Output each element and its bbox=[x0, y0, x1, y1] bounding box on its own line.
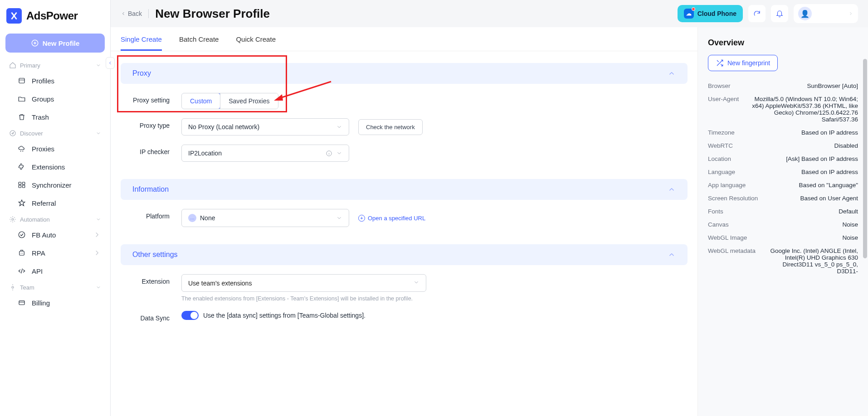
puzzle-icon bbox=[17, 162, 26, 171]
overview-row: CanvasNoise bbox=[708, 218, 858, 231]
trash-icon bbox=[17, 112, 26, 121]
overview-value: Default bbox=[839, 208, 858, 215]
proxy-type-select[interactable]: No Proxy (Local network) bbox=[181, 118, 349, 135]
section-information[interactable]: Information bbox=[121, 179, 688, 200]
chevron-down-icon bbox=[96, 285, 101, 290]
label-platform: Platform bbox=[121, 209, 181, 220]
overview-key: User-Agent bbox=[708, 96, 739, 102]
ip-checker-select[interactable]: IP2Location bbox=[181, 145, 349, 162]
new-fingerprint-button[interactable]: New fingerprint bbox=[708, 55, 778, 71]
chevron-down-icon bbox=[413, 279, 419, 285]
cloud-phone-button[interactable]: ☁ Cloud Phone bbox=[678, 5, 743, 22]
label-ip-checker: IP checker bbox=[121, 145, 181, 155]
overview-key: Canvas bbox=[708, 221, 729, 228]
new-profile-button[interactable]: New Profile bbox=[5, 34, 105, 53]
overview-key: Language bbox=[708, 169, 735, 175]
sidebar-item-rpa[interactable]: RPA bbox=[2, 244, 108, 262]
cloud-phone-label: Cloud Phone bbox=[697, 10, 736, 17]
overview-key: Location bbox=[708, 155, 731, 162]
overview-key: Fonts bbox=[708, 208, 723, 215]
logo-text: AdsPower bbox=[26, 10, 78, 22]
sidebar-item-api[interactable]: API bbox=[2, 262, 108, 280]
data-sync-toggle[interactable] bbox=[181, 311, 199, 320]
open-url-link[interactable]: + Open a specified URL bbox=[358, 215, 425, 222]
svg-rect-4 bbox=[23, 182, 25, 184]
overview-row: TimezoneBased on IP address bbox=[708, 126, 858, 139]
sidebar-item-groups[interactable]: Groups bbox=[2, 90, 108, 108]
nav-section-discover[interactable]: Discover bbox=[2, 127, 108, 140]
section-other-settings[interactable]: Other settings bbox=[121, 244, 688, 265]
nav-item-label: Synchronizer bbox=[32, 181, 72, 189]
nav-section-label: Discover bbox=[20, 130, 43, 137]
profiles-icon bbox=[17, 76, 26, 85]
seg-saved-proxies[interactable]: Saved Proxies bbox=[220, 93, 278, 109]
tab-quick-create[interactable]: Quick Create bbox=[236, 35, 276, 51]
scrollbar-thumb[interactable] bbox=[863, 59, 867, 258]
logo[interactable]: AdsPower bbox=[0, 0, 110, 34]
overview-row: WebGL ImageNoise bbox=[708, 231, 858, 244]
overview-key: App language bbox=[708, 182, 746, 189]
chevron-right-icon bbox=[93, 231, 101, 239]
overview-title: Overview bbox=[708, 38, 858, 48]
platform-none-icon bbox=[188, 214, 196, 222]
home-icon bbox=[9, 62, 16, 69]
chevron-up-icon bbox=[668, 251, 676, 259]
svg-point-8 bbox=[19, 232, 25, 238]
sidebar-item-referral[interactable]: Referral bbox=[2, 194, 108, 212]
sidebar: AdsPower New Profile Primary Profiles bbox=[0, 0, 111, 416]
data-sync-text: Use the [data sync] settings from [Teams… bbox=[203, 312, 366, 319]
sidebar-item-extensions[interactable]: Extensions bbox=[2, 158, 108, 176]
svg-rect-5 bbox=[19, 185, 21, 188]
overview-panel: Overview New fingerprint BrowserSunBrows… bbox=[697, 27, 868, 416]
platform-select[interactable]: None bbox=[181, 209, 349, 227]
svg-point-10 bbox=[12, 286, 14, 288]
select-value: Use team's extensions bbox=[188, 280, 252, 287]
open-url-label: Open a specified URL bbox=[368, 215, 425, 222]
sidebar-item-billing[interactable]: Billing bbox=[2, 294, 108, 312]
overview-value: Disabled bbox=[834, 142, 858, 149]
overview-key: WebGL metadata bbox=[708, 247, 756, 254]
section-proxy[interactable]: Proxy bbox=[121, 63, 688, 84]
overview-value: Mozilla/5.0 (Windows NT 10.0; Win64; x64… bbox=[748, 96, 858, 123]
overview-value: SunBrowser [Auto] bbox=[807, 82, 858, 89]
new-profile-button-label: New Profile bbox=[43, 39, 80, 47]
nav-item-label: RPA bbox=[32, 249, 45, 257]
refresh-icon bbox=[753, 10, 761, 18]
extension-select[interactable]: Use team's extensions bbox=[181, 274, 426, 292]
tab-batch-create[interactable]: Batch Create bbox=[179, 35, 219, 51]
svg-rect-6 bbox=[23, 185, 25, 188]
overview-value: Noise bbox=[842, 221, 858, 228]
form-area: Single Create Batch Create Quick Create … bbox=[111, 27, 697, 416]
seg-custom[interactable]: Custom bbox=[181, 93, 220, 109]
sidebar-item-profiles[interactable]: Profiles bbox=[2, 72, 108, 90]
cloud-phone-icon: ☁ bbox=[684, 9, 694, 19]
account-menu[interactable]: 👤 bbox=[794, 4, 858, 23]
divider bbox=[148, 9, 149, 18]
nav-section-automation[interactable]: Automation bbox=[2, 213, 108, 226]
sidebar-item-trash[interactable]: Trash bbox=[2, 108, 108, 126]
sidebar-item-synchronizer[interactable]: Synchronizer bbox=[2, 176, 108, 194]
main: Back New Browser Profile ☁ Cloud Phone 👤 bbox=[111, 0, 868, 416]
sidebar-item-fb-auto[interactable]: FB Auto bbox=[2, 226, 108, 244]
nav-item-label: Profiles bbox=[32, 77, 54, 85]
avatar-icon: 👤 bbox=[798, 7, 812, 20]
check-network-button[interactable]: Check the network bbox=[358, 119, 423, 135]
overview-key: WebRTC bbox=[708, 142, 733, 149]
nav-item-label: FB Auto bbox=[32, 231, 56, 239]
plus-circle-icon: + bbox=[358, 215, 365, 222]
sidebar-item-proxies[interactable]: Proxies bbox=[2, 140, 108, 158]
overview-row: Location[Ask] Based on IP address bbox=[708, 152, 858, 165]
nav-section-label: Automation bbox=[20, 216, 50, 223]
refresh-button[interactable] bbox=[748, 5, 766, 22]
back-button[interactable]: Back bbox=[121, 10, 142, 17]
label-extension: Extension bbox=[121, 274, 181, 285]
nav-section-team[interactable]: Team bbox=[2, 281, 108, 294]
svg-rect-9 bbox=[20, 251, 24, 255]
tab-single-create[interactable]: Single Create bbox=[121, 35, 162, 51]
overview-row: WebRTCDisabled bbox=[708, 139, 858, 152]
api-icon bbox=[17, 266, 26, 276]
nav-section-primary[interactable]: Primary bbox=[2, 59, 108, 72]
chevron-up-icon bbox=[668, 185, 676, 193]
bell-icon bbox=[775, 10, 784, 18]
notifications-button[interactable] bbox=[771, 5, 788, 22]
